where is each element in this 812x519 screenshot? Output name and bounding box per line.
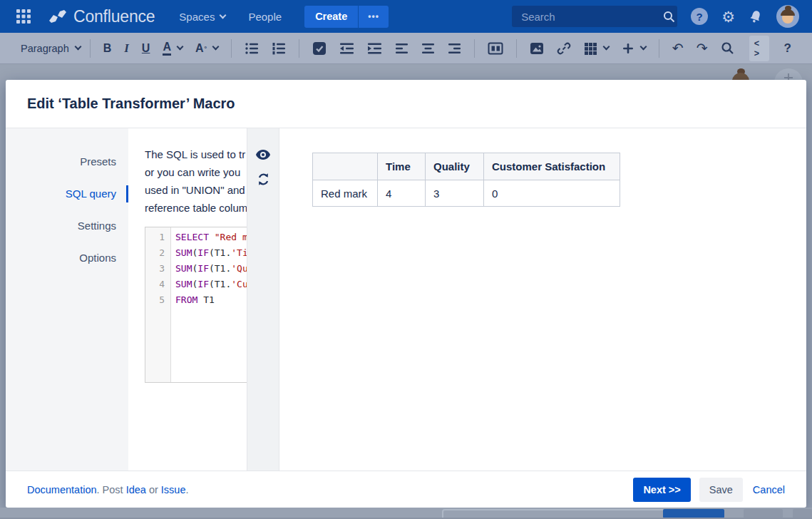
- align-center-button[interactable]: [416, 38, 440, 59]
- code-line: SUM(IF(T1.'Customer': [175, 277, 247, 292]
- code-line: SUM(IF(T1.'Time': [175, 245, 247, 261]
- cancel-button[interactable]: Cancel: [749, 478, 789, 502]
- confluence-logo[interactable]: Confluence: [48, 7, 155, 26]
- insert-more-dropdown[interactable]: [617, 38, 651, 59]
- search-input[interactable]: [521, 11, 663, 23]
- toolbar-divider: [299, 39, 299, 58]
- description-line: or you can write you: [145, 163, 247, 181]
- chevron-down-icon: [220, 11, 227, 19]
- create-button[interactable]: Create: [304, 6, 358, 28]
- line-number: 3: [145, 261, 165, 277]
- footer-actions: Next >> Save Cancel: [633, 478, 789, 502]
- bullet-list-button[interactable]: [240, 38, 264, 59]
- sql-code-editor[interactable]: 12345 SELECT "Red mark"SUM(IF(T1.'Time'S…: [145, 227, 247, 383]
- confluence-logo-icon: [48, 9, 67, 24]
- nav-spaces[interactable]: Spaces: [179, 11, 225, 23]
- dialog-header: Edit ‘Table Transformer’ Macro: [6, 80, 806, 128]
- insert-image-button[interactable]: [525, 38, 549, 59]
- chevron-down-icon: [177, 43, 184, 51]
- indent-button[interactable]: [362, 38, 387, 59]
- find-replace-icon[interactable]: [716, 38, 739, 59]
- panel-tool-strip: [247, 128, 279, 471]
- more-formatting-dropdown[interactable]: A°: [190, 38, 223, 59]
- undo-button[interactable]: ↶: [667, 38, 689, 59]
- paragraph-style-dropdown[interactable]: Paragraph: [16, 38, 82, 59]
- outdent-button[interactable]: [334, 38, 359, 59]
- macro-edit-dialog: Edit ‘Table Transformer’ Macro PresetsSQ…: [6, 80, 806, 508]
- line-number: 1: [145, 230, 165, 245]
- source-editor-toggle[interactable]: < >: [749, 36, 769, 61]
- notification-bell-icon[interactable]: [749, 9, 763, 24]
- sql-panel: The SQL is used to tror you can write yo…: [128, 128, 247, 471]
- align-left-button[interactable]: [390, 38, 413, 59]
- chevron-down-icon: [639, 43, 647, 51]
- toolbar-divider: [231, 39, 232, 58]
- superscript-mark: °: [205, 45, 207, 52]
- line-number: 4: [145, 277, 165, 292]
- preview-table-body: Red mark430: [313, 180, 620, 207]
- footer-text: .: [186, 484, 189, 495]
- preview-table-header-row: TimeQualityCustomer Satisfaction: [313, 153, 620, 180]
- table-header-cell: Quality: [426, 153, 484, 180]
- avatar-bun: [785, 6, 791, 11]
- underline-button[interactable]: U: [137, 38, 155, 59]
- top-navbar: Confluence Spaces People Create ••• ? ⚙: [0, 0, 812, 33]
- table-header-cell: [313, 153, 378, 180]
- table-header-cell: Time: [378, 153, 426, 180]
- user-avatar[interactable]: [776, 5, 799, 28]
- description-line: reference table colum: [145, 199, 247, 217]
- dimmed-collaborator-avatar: [729, 67, 753, 80]
- insert-link-button[interactable]: [552, 38, 576, 59]
- macro-nav: PresetsSQL querySettingsOptions: [6, 128, 128, 471]
- table-row: Red mark430: [313, 180, 620, 207]
- insert-table-dropdown[interactable]: [579, 38, 614, 59]
- redo-button[interactable]: ↷: [692, 38, 713, 59]
- toolbar-divider: [474, 39, 475, 58]
- search-icon: [663, 11, 675, 23]
- create-more-button[interactable]: •••: [359, 6, 389, 28]
- app-switcher-icon[interactable]: [16, 9, 31, 24]
- sidebar-item-options[interactable]: Options: [6, 250, 128, 267]
- sidebar-item-sql-query[interactable]: SQL query: [6, 185, 128, 202]
- sql-description: The SQL is used to tror you can write yo…: [128, 128, 247, 217]
- page-layout-button[interactable]: [483, 38, 508, 59]
- table-cell: 4: [378, 180, 426, 207]
- chevron-down-icon: [212, 43, 220, 51]
- bold-button[interactable]: B: [98, 38, 117, 59]
- sidebar-item-settings[interactable]: Settings: [6, 217, 128, 235]
- nav-people[interactable]: People: [248, 11, 282, 23]
- footer-link[interactable]: Idea: [126, 484, 146, 495]
- footer-text: . Post: [97, 484, 126, 495]
- sidebar-item-presets[interactable]: Presets: [6, 153, 128, 170]
- numbered-list-button[interactable]: [267, 38, 291, 59]
- refresh-icon[interactable]: [254, 170, 272, 188]
- preview-eye-icon[interactable]: [254, 145, 272, 164]
- code-line: FROM T1: [175, 292, 247, 308]
- align-right-button[interactable]: [443, 38, 466, 59]
- brand-name: Confluence: [73, 7, 155, 26]
- italic-button[interactable]: I: [119, 38, 134, 59]
- dimmed-editor-footer: [0, 508, 812, 519]
- editor-help-button[interactable]: ?: [779, 38, 796, 59]
- table-header-cell: Customer Satisfaction: [484, 153, 620, 180]
- next-button[interactable]: Next >>: [633, 478, 690, 502]
- text-color-dropdown[interactable]: A: [158, 38, 187, 59]
- code-gutter: 12345: [145, 227, 171, 382]
- footer-link[interactable]: Issue: [161, 484, 186, 495]
- search-box[interactable]: [512, 6, 677, 27]
- save-button[interactable]: Save: [699, 478, 743, 502]
- toolbar-divider: [659, 39, 659, 58]
- toolbar-divider: [90, 39, 91, 58]
- help-icon[interactable]: ?: [691, 8, 708, 25]
- settings-gear-icon[interactable]: ⚙: [721, 9, 735, 24]
- line-number: 5: [145, 292, 165, 308]
- code-lines: SELECT "Red mark"SUM(IF(T1.'Time'SUM(IF(…: [171, 227, 247, 382]
- chevron-down-icon: [602, 43, 610, 51]
- code-line: SUM(IF(T1.'Quality': [175, 261, 247, 277]
- dimmed-add-collaborator-icon: [774, 68, 803, 80]
- table-cell: 3: [426, 180, 484, 207]
- task-list-button[interactable]: [307, 38, 332, 59]
- confluence-app: Confluence Spaces People Create ••• ? ⚙: [0, 0, 812, 519]
- footer-link[interactable]: Documentation: [27, 484, 97, 495]
- toolbar-divider: [516, 39, 517, 58]
